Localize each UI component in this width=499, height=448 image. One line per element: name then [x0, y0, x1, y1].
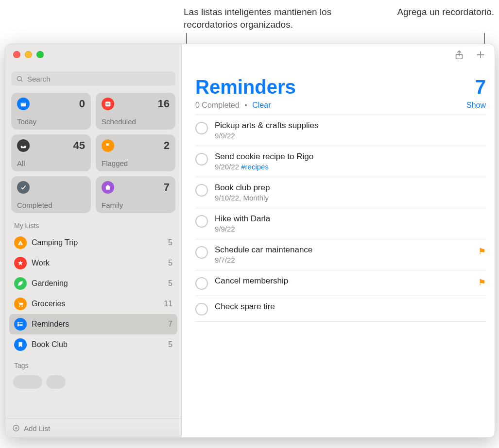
check-icon [17, 181, 30, 194]
tray-icon [17, 139, 30, 152]
reminder-item[interactable]: Book club prep9/10/22, Monthly [195, 177, 486, 208]
tags-row [5, 372, 181, 392]
sidebar-list-item[interactable]: Camping Trip5 [9, 232, 177, 253]
reminder-list: Pickup arts & crafts supplies9/9/22Send … [195, 115, 486, 322]
smart-label: Today [17, 117, 85, 126]
svg-point-14 [17, 325, 18, 326]
list-name: Work [32, 259, 163, 267]
reminder-title: Check spare tire [215, 302, 486, 312]
minimize-window-button[interactable] [25, 51, 32, 58]
search-field[interactable] [11, 71, 175, 86]
reminder-checkbox[interactable] [195, 246, 208, 259]
sidebar-list-item[interactable]: Gardening5 [9, 273, 177, 294]
list-count: 5 [168, 340, 172, 349]
smart-list-today[interactable]: 0 Today [11, 93, 91, 130]
reminder-item[interactable]: Send cookie recipe to Rigo9/20/22 #recip… [195, 146, 486, 177]
reminder-checkbox[interactable] [195, 215, 208, 228]
list-icon [14, 318, 27, 331]
reminder-title: Send cookie recipe to Rigo [215, 152, 486, 162]
page-title: Reminders [195, 76, 296, 98]
leaf-icon [14, 277, 27, 290]
reminder-tag[interactable]: #recipes [241, 163, 269, 171]
calendar-lines-icon [102, 98, 114, 110]
sidebar-list-item[interactable]: Work5 [9, 253, 177, 273]
search-icon [16, 75, 23, 83]
sidebar-list-item[interactable]: Book Club5 [9, 334, 177, 355]
svg-point-0 [17, 76, 22, 81]
zoom-window-button[interactable] [36, 51, 44, 58]
smart-list-all[interactable]: 45 All [11, 134, 91, 171]
list-name: Book Club [32, 340, 163, 349]
reminder-checkbox[interactable] [195, 153, 208, 166]
page-count: 7 [475, 76, 486, 98]
smart-label: Scheduled [102, 117, 170, 126]
list-name: Groceries [32, 299, 159, 308]
list-count: 5 [168, 259, 172, 267]
tag-chip[interactable] [13, 375, 42, 389]
smart-count: 45 [73, 139, 85, 152]
list-name: Gardening [32, 279, 163, 288]
reminder-checkbox[interactable] [195, 184, 208, 197]
list-count: 5 [168, 238, 172, 247]
smart-count: 7 [164, 181, 170, 194]
reminder-item[interactable]: Cancel membership⚑ [195, 270, 486, 296]
svg-point-7 [19, 306, 20, 307]
callout-add-reminder: Agrega un recordatorio. [397, 6, 494, 18]
my-lists: Camping Trip5Work5Gardening5Groceries11R… [5, 232, 181, 355]
smart-list-flagged[interactable]: 2 Flagged [96, 134, 175, 171]
completed-status: 0 Completed • Clear [195, 101, 271, 110]
flag-icon [102, 139, 114, 152]
reminder-checkbox[interactable] [195, 122, 208, 134]
flag-icon: ⚑ [478, 277, 486, 288]
plus-circle-icon [12, 424, 20, 432]
reminder-title: Pickup arts & crafts supplies [215, 121, 486, 131]
reminder-subtitle: 9/7/22 [215, 256, 471, 264]
add-list-button[interactable]: Add List [5, 418, 181, 437]
tent-icon [14, 236, 27, 249]
reminder-checkbox[interactable] [195, 303, 208, 315]
smart-lists-grid: 0 Today 16 Scheduled [5, 90, 181, 215]
search-input[interactable] [26, 74, 171, 83]
svg-rect-3 [21, 102, 26, 103]
reminder-title: Cancel membership [215, 276, 471, 286]
app-window: 0 Today 16 Scheduled [5, 44, 495, 438]
sidebar-list-item[interactable]: Reminders7 [9, 314, 177, 334]
reminder-title: Book club prep [215, 183, 486, 193]
smart-list-scheduled[interactable]: 16 Scheduled [96, 93, 175, 130]
star-icon [14, 257, 27, 269]
smart-label: All [17, 159, 85, 167]
svg-rect-5 [106, 103, 110, 104]
list-count: 11 [164, 299, 172, 308]
callout-smart-lists: Las listas inteligentes mantienen los re… [184, 6, 368, 31]
reminder-item[interactable]: Check spare tire [195, 296, 486, 322]
reminder-subtitle: 9/9/22 [215, 225, 486, 233]
my-lists-header: My Lists [5, 215, 181, 232]
share-icon[interactable] [454, 50, 465, 60]
tag-chip[interactable] [46, 375, 66, 389]
sidebar: 0 Today 16 Scheduled [5, 44, 182, 437]
add-list-label: Add List [24, 424, 50, 432]
smart-list-family[interactable]: 7 Family [96, 176, 175, 213]
window-controls [5, 44, 181, 66]
close-window-button[interactable] [13, 51, 20, 58]
smart-list-completed[interactable]: Completed [11, 176, 91, 213]
smart-label: Family [102, 201, 170, 209]
reminder-checkbox[interactable] [195, 277, 208, 290]
reminder-item[interactable]: Schedule car maintenance9/7/22⚑ [195, 239, 486, 270]
smart-count: 2 [164, 139, 170, 152]
add-reminder-button[interactable] [475, 50, 486, 60]
reminder-item[interactable]: Pickup arts & crafts supplies9/9/22 [195, 115, 486, 146]
clear-button[interactable]: Clear [252, 101, 271, 109]
house-icon [102, 181, 114, 194]
list-count: 7 [168, 320, 172, 329]
show-button[interactable]: Show [466, 101, 486, 110]
main-panel: Reminders 7 0 Completed • Clear Show Pic… [182, 44, 495, 437]
svg-rect-6 [106, 104, 110, 105]
list-count: 5 [168, 279, 172, 288]
calendar-icon [17, 98, 30, 110]
smart-label: Flagged [102, 159, 170, 167]
reminder-item[interactable]: Hike with Darla9/9/22 [195, 208, 486, 239]
flag-icon: ⚑ [478, 246, 486, 257]
reminder-title: Hike with Darla [215, 214, 486, 224]
sidebar-list-item[interactable]: Groceries11 [9, 294, 177, 314]
